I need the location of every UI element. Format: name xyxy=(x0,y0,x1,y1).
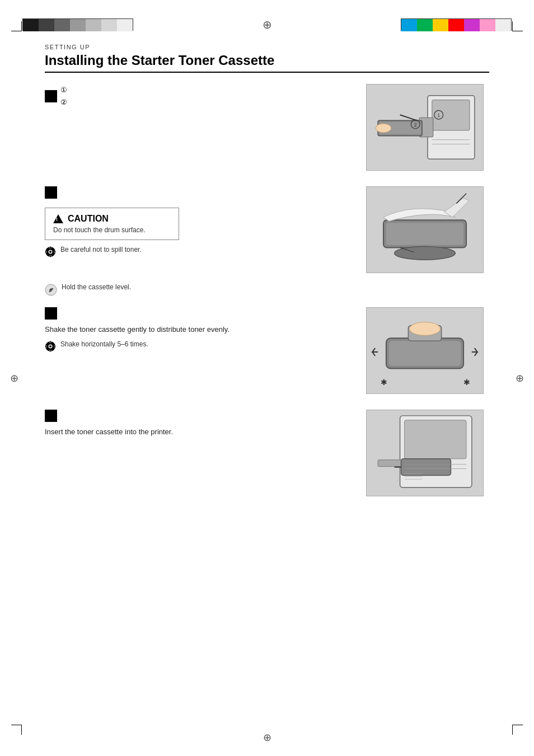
step-3-row: Shake the toner cassette gently to distr… xyxy=(45,307,489,394)
step-4-number-box xyxy=(45,410,355,422)
step-2-black-square xyxy=(45,186,57,199)
crosshair-right-icon: ⊕ xyxy=(516,372,524,384)
svg-rect-18 xyxy=(54,251,56,253)
step-2-number-box xyxy=(45,186,355,199)
step-2-row: CAUTION Do not touch the drum surface. xyxy=(45,186,489,273)
pencil-note-text: Hold the cassette level. xyxy=(62,283,131,291)
top-bar-area: ⊕ xyxy=(0,0,534,39)
swatch xyxy=(54,19,70,31)
step-1-number-box: ① ② xyxy=(45,84,355,109)
step-2-note-text: Be careful not to spill toner. xyxy=(60,246,142,253)
crop-mark xyxy=(11,31,21,31)
step-4-black-square xyxy=(45,410,57,422)
svg-text:✱: ✱ xyxy=(381,378,387,387)
caution-box: CAUTION Do not touch the drum surface. xyxy=(45,208,179,240)
svg-point-20 xyxy=(49,251,51,253)
svg-rect-15 xyxy=(50,247,51,248)
main-content: SETTING UP Installing the Starter Toner … xyxy=(0,39,534,546)
crop-mark xyxy=(21,21,22,31)
crop-mark xyxy=(512,725,513,735)
step-1-text: ① ② xyxy=(45,84,355,113)
step-3-illustration: ✱ ✱ xyxy=(366,307,484,394)
svg-rect-31 xyxy=(50,350,51,351)
step-4-row: Insert the toner cassette into the print… xyxy=(45,410,489,496)
svg-point-11 xyxy=(376,124,391,133)
svg-rect-16 xyxy=(50,256,51,257)
step-1-image: 1 2 xyxy=(366,84,489,171)
crosshair-bottom-icon: ⊕ xyxy=(263,731,271,744)
step-3-image: ✱ ✱ xyxy=(366,307,489,394)
step-3-description: Shake the toner cassette gently to distr… xyxy=(45,324,355,336)
svg-rect-45 xyxy=(404,420,466,459)
step-2-note: Be careful not to spill toner. xyxy=(45,246,355,257)
step-4-image xyxy=(366,410,489,496)
svg-rect-33 xyxy=(54,345,56,347)
step-3-number-box xyxy=(45,307,355,320)
step-2-image xyxy=(366,186,489,273)
swatch xyxy=(86,19,101,31)
page-wrapper: ⊕ ⊕ ⊕ SETTING UP Insta xyxy=(0,0,534,756)
crosshair-left-icon: ⊕ xyxy=(10,372,18,384)
color-bar xyxy=(401,18,512,31)
swatch xyxy=(417,19,433,31)
gear-icon xyxy=(45,246,56,257)
step-4-description: Insert the toner cassette into the print… xyxy=(45,426,355,438)
section-label: SETTING UP xyxy=(45,44,489,50)
svg-rect-23 xyxy=(386,223,463,245)
swatch xyxy=(23,19,39,31)
pencil-note: Hold the cassette level. xyxy=(45,283,489,296)
svg-point-35 xyxy=(49,345,51,348)
swatch xyxy=(495,19,511,31)
svg-rect-47 xyxy=(401,459,451,476)
crop-mark xyxy=(513,725,523,725)
svg-text:2: 2 xyxy=(414,122,417,128)
page-title: Installing the Starter Toner Cassette xyxy=(45,53,489,73)
gear-icon-2 xyxy=(45,341,56,352)
swatch xyxy=(117,19,133,31)
step-1-numbers: ① ② xyxy=(60,84,67,109)
crop-mark xyxy=(512,21,513,31)
caution-text: Do not touch the drum surface. xyxy=(53,226,171,234)
svg-text:1: 1 xyxy=(437,112,440,118)
svg-rect-32 xyxy=(45,345,47,347)
step-3-note: Shake horizontally 5–6 times. xyxy=(45,340,355,352)
svg-point-40 xyxy=(409,322,440,336)
swatch xyxy=(101,19,117,31)
step-1-black-square xyxy=(45,90,57,102)
svg-text:✱: ✱ xyxy=(463,378,470,387)
crosshair-top-icon: ⊕ xyxy=(263,18,272,31)
crop-mark xyxy=(21,725,22,735)
swatch xyxy=(480,19,495,31)
svg-rect-38 xyxy=(389,341,461,365)
crop-mark xyxy=(513,31,523,31)
svg-rect-17 xyxy=(45,251,47,253)
caution-label: CAUTION xyxy=(68,214,109,224)
swatch xyxy=(39,19,54,31)
step-4-illustration xyxy=(366,410,484,496)
caution-triangle-icon xyxy=(53,214,63,223)
caution-title: CAUTION xyxy=(53,214,171,224)
crop-mark xyxy=(11,725,21,725)
step-3-text: Shake the toner cassette gently to distr… xyxy=(45,307,355,355)
swatch xyxy=(448,19,464,31)
swatch xyxy=(70,19,86,31)
swatch xyxy=(401,19,417,31)
step-3-note-text: Shake horizontally 5–6 times. xyxy=(60,340,148,348)
svg-rect-30 xyxy=(50,341,51,342)
swatch xyxy=(433,19,448,31)
step-2-illustration xyxy=(366,186,484,273)
step-1-illustration: 1 2 xyxy=(366,84,484,171)
pencil-icon xyxy=(45,284,57,296)
swatch xyxy=(464,19,480,31)
step-3-black-square xyxy=(45,307,57,320)
step-4-text: Insert the toner cassette into the print… xyxy=(45,410,355,443)
step-2-text: CAUTION Do not touch the drum surface. xyxy=(45,186,355,261)
grayscale-color-bar xyxy=(22,18,133,31)
step-1-row: ① ② xyxy=(45,84,489,171)
